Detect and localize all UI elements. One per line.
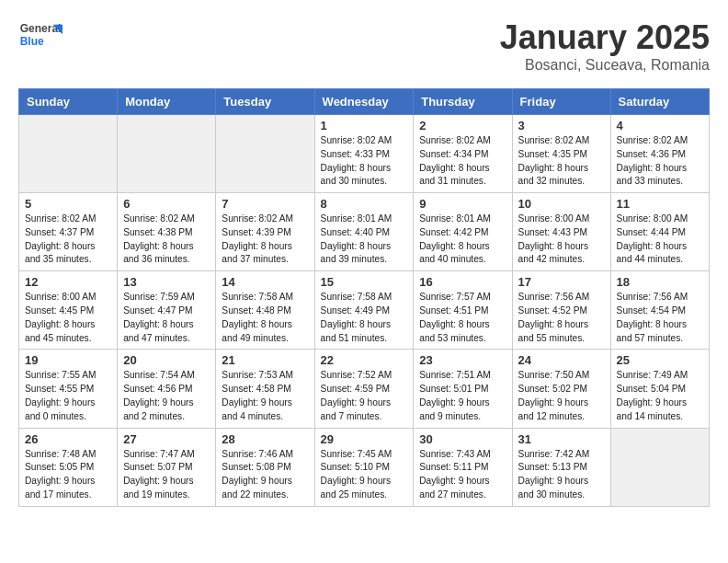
weekday-header-row: SundayMondayTuesdayWednesdayThursdayFrid… — [19, 89, 710, 115]
day-number: 4 — [617, 119, 703, 132]
calendar-cell: 30Sunrise: 7:43 AM Sunset: 5:11 PM Dayli… — [414, 428, 512, 506]
calendar-cell: 28Sunrise: 7:46 AM Sunset: 5:08 PM Dayli… — [216, 428, 314, 506]
logo-svg: General Blue — [18, 18, 63, 52]
week-row-5: 26Sunrise: 7:48 AM Sunset: 5:05 PM Dayli… — [19, 428, 710, 506]
day-info: Sunrise: 7:54 AM Sunset: 4:56 PM Dayligh… — [123, 369, 210, 423]
day-info: Sunrise: 7:57 AM Sunset: 4:51 PM Dayligh… — [419, 291, 506, 345]
day-info: Sunrise: 8:02 AM Sunset: 4:35 PM Dayligh… — [518, 134, 605, 189]
weekday-header-monday: Monday — [118, 89, 216, 115]
calendar-cell: 26Sunrise: 7:48 AM Sunset: 5:05 PM Dayli… — [19, 428, 118, 506]
calendar-cell: 8Sunrise: 8:01 AM Sunset: 4:40 PM Daylig… — [314, 193, 414, 271]
day-number: 13 — [123, 275, 210, 289]
day-info: Sunrise: 8:01 AM Sunset: 4:42 PM Dayligh… — [419, 213, 506, 267]
day-number: 29 — [321, 432, 408, 446]
day-info: Sunrise: 7:56 AM Sunset: 4:52 PM Dayligh… — [518, 291, 605, 345]
calendar-cell: 7Sunrise: 8:02 AM Sunset: 4:39 PM Daylig… — [216, 193, 314, 271]
calendar-cell: 31Sunrise: 7:42 AM Sunset: 5:13 PM Dayli… — [512, 428, 610, 506]
calendar-cell: 4Sunrise: 8:02 AM Sunset: 4:36 PM Daylig… — [610, 115, 709, 193]
calendar-cell — [118, 115, 216, 193]
day-info: Sunrise: 8:00 AM Sunset: 4:44 PM Dayligh… — [617, 213, 703, 267]
day-info: Sunrise: 7:58 AM Sunset: 4:48 PM Dayligh… — [222, 291, 308, 345]
day-number: 7 — [222, 197, 308, 211]
day-number: 12 — [25, 275, 111, 289]
day-number: 19 — [25, 353, 111, 367]
day-number: 2 — [419, 119, 506, 132]
svg-text:General: General — [20, 22, 62, 35]
calendar-cell: 10Sunrise: 8:00 AM Sunset: 4:43 PM Dayli… — [512, 193, 610, 271]
calendar-cell: 16Sunrise: 7:57 AM Sunset: 4:51 PM Dayli… — [414, 271, 512, 350]
svg-text:Blue: Blue — [20, 35, 44, 48]
day-info: Sunrise: 7:47 AM Sunset: 5:07 PM Dayligh… — [123, 448, 210, 502]
week-row-3: 12Sunrise: 8:00 AM Sunset: 4:45 PM Dayli… — [19, 271, 710, 350]
calendar-cell: 27Sunrise: 7:47 AM Sunset: 5:07 PM Dayli… — [118, 428, 216, 506]
day-number: 6 — [123, 197, 210, 211]
month-title: January 2025 — [500, 18, 710, 57]
weekday-header-tuesday: Tuesday — [216, 89, 314, 115]
calendar-cell: 20Sunrise: 7:54 AM Sunset: 4:56 PM Dayli… — [118, 350, 216, 428]
day-info: Sunrise: 7:46 AM Sunset: 5:08 PM Dayligh… — [222, 448, 308, 502]
day-number: 3 — [518, 119, 605, 132]
day-number: 15 — [321, 275, 408, 289]
day-number: 26 — [25, 432, 111, 446]
day-info: Sunrise: 7:56 AM Sunset: 4:54 PM Dayligh… — [617, 291, 703, 345]
day-info: Sunrise: 7:43 AM Sunset: 5:11 PM Dayligh… — [419, 448, 506, 502]
day-info: Sunrise: 8:02 AM Sunset: 4:36 PM Dayligh… — [617, 134, 703, 189]
calendar-cell — [610, 428, 709, 506]
day-number: 22 — [321, 353, 408, 367]
location: Bosanci, Suceava, Romania — [500, 57, 710, 74]
calendar-cell — [216, 115, 314, 193]
day-info: Sunrise: 8:02 AM Sunset: 4:34 PM Dayligh… — [419, 134, 506, 189]
calendar-cell: 17Sunrise: 7:56 AM Sunset: 4:52 PM Dayli… — [512, 271, 610, 350]
calendar-cell: 9Sunrise: 8:01 AM Sunset: 4:42 PM Daylig… — [414, 193, 512, 271]
day-number: 1 — [321, 119, 408, 132]
day-number: 11 — [617, 197, 703, 211]
day-number: 16 — [419, 275, 506, 289]
calendar-cell: 5Sunrise: 8:02 AM Sunset: 4:37 PM Daylig… — [19, 193, 118, 271]
calendar-table: SundayMondayTuesdayWednesdayThursdayFrid… — [18, 88, 710, 507]
day-info: Sunrise: 7:53 AM Sunset: 4:58 PM Dayligh… — [222, 369, 308, 423]
day-number: 18 — [617, 275, 703, 289]
day-info: Sunrise: 7:52 AM Sunset: 4:59 PM Dayligh… — [321, 369, 408, 423]
day-info: Sunrise: 7:49 AM Sunset: 5:04 PM Dayligh… — [617, 369, 703, 423]
day-number: 5 — [25, 197, 111, 211]
calendar-cell: 12Sunrise: 8:00 AM Sunset: 4:45 PM Dayli… — [19, 271, 118, 350]
day-info: Sunrise: 8:02 AM Sunset: 4:38 PM Dayligh… — [123, 213, 210, 267]
weekday-header-thursday: Thursday — [414, 89, 512, 115]
day-number: 31 — [518, 432, 605, 446]
day-info: Sunrise: 7:59 AM Sunset: 4:47 PM Dayligh… — [123, 291, 210, 345]
calendar-cell: 24Sunrise: 7:50 AM Sunset: 5:02 PM Dayli… — [512, 350, 610, 428]
day-number: 30 — [419, 432, 506, 446]
calendar-cell: 23Sunrise: 7:51 AM Sunset: 5:01 PM Dayli… — [414, 350, 512, 428]
calendar-cell: 21Sunrise: 7:53 AM Sunset: 4:58 PM Dayli… — [216, 350, 314, 428]
day-number: 10 — [518, 197, 605, 211]
day-number: 24 — [518, 353, 605, 367]
calendar-cell — [19, 115, 118, 193]
day-number: 17 — [518, 275, 605, 289]
day-info: Sunrise: 8:02 AM Sunset: 4:33 PM Dayligh… — [321, 134, 408, 189]
calendar-cell: 29Sunrise: 7:45 AM Sunset: 5:10 PM Dayli… — [314, 428, 414, 506]
day-info: Sunrise: 8:01 AM Sunset: 4:40 PM Dayligh… — [321, 213, 408, 267]
calendar-cell: 11Sunrise: 8:00 AM Sunset: 4:44 PM Dayli… — [610, 193, 709, 271]
calendar-cell: 2Sunrise: 8:02 AM Sunset: 4:34 PM Daylig… — [414, 115, 512, 193]
logo: General Blue — [18, 18, 63, 52]
calendar-cell: 25Sunrise: 7:49 AM Sunset: 5:04 PM Dayli… — [610, 350, 709, 428]
day-number: 9 — [419, 197, 506, 211]
day-info: Sunrise: 7:50 AM Sunset: 5:02 PM Dayligh… — [518, 369, 605, 423]
calendar-cell: 14Sunrise: 7:58 AM Sunset: 4:48 PM Dayli… — [216, 271, 314, 350]
calendar-cell: 15Sunrise: 7:58 AM Sunset: 4:49 PM Dayli… — [314, 271, 414, 350]
weekday-header-saturday: Saturday — [610, 89, 709, 115]
week-row-1: 1Sunrise: 8:02 AM Sunset: 4:33 PM Daylig… — [19, 115, 710, 193]
weekday-header-wednesday: Wednesday — [314, 89, 414, 115]
title-block: January 2025 Bosanci, Suceava, Romania — [500, 18, 710, 74]
calendar-cell: 18Sunrise: 7:56 AM Sunset: 4:54 PM Dayli… — [610, 271, 709, 350]
day-info: Sunrise: 8:02 AM Sunset: 4:37 PM Dayligh… — [25, 213, 111, 267]
day-info: Sunrise: 8:02 AM Sunset: 4:39 PM Dayligh… — [222, 213, 308, 267]
day-number: 8 — [321, 197, 408, 211]
calendar-cell: 19Sunrise: 7:55 AM Sunset: 4:55 PM Dayli… — [19, 350, 118, 428]
day-number: 28 — [222, 432, 308, 446]
day-info: Sunrise: 7:55 AM Sunset: 4:55 PM Dayligh… — [25, 369, 111, 423]
day-number: 14 — [222, 275, 308, 289]
day-number: 23 — [419, 353, 506, 367]
day-info: Sunrise: 7:45 AM Sunset: 5:10 PM Dayligh… — [321, 448, 408, 502]
calendar-cell: 1Sunrise: 8:02 AM Sunset: 4:33 PM Daylig… — [314, 115, 414, 193]
